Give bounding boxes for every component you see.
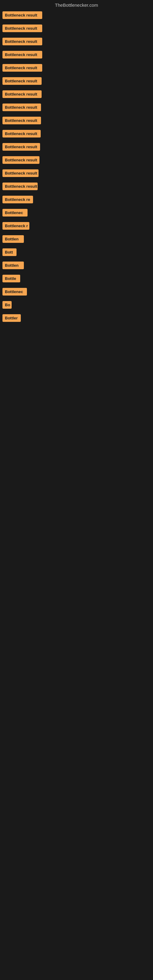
bottleneck-badge[interactable]: Bottleneck result <box>2 143 40 151</box>
bottleneck-item[interactable]: Bottleneck result <box>2 24 152 32</box>
bottleneck-badge[interactable]: Bottleneck result <box>2 38 42 45</box>
bottleneck-item[interactable]: Bottleneck result <box>2 11 152 19</box>
bottleneck-badge[interactable]: Bottleneck result <box>2 103 41 111</box>
bottleneck-item[interactable]: Bottler <box>2 314 152 322</box>
bottleneck-badge[interactable]: Bottleneck result <box>2 11 42 19</box>
bottleneck-badge[interactable]: Bottlenec <box>2 288 27 296</box>
bottleneck-item[interactable]: Bott <box>2 248 152 256</box>
bottleneck-badge[interactable]: Bottler <box>2 314 21 322</box>
bottleneck-item[interactable]: Bottleneck result <box>2 143 152 151</box>
bottleneck-item[interactable]: Bottlen <box>2 261 152 269</box>
bottleneck-item[interactable]: Bottleneck result <box>2 64 152 72</box>
content-area: Bottleneck resultBottleneck resultBottle… <box>0 11 153 322</box>
bottleneck-badge[interactable]: Bo <box>2 301 12 309</box>
bottleneck-item[interactable]: Bottleneck result <box>2 51 152 59</box>
bottleneck-item[interactable]: Bottleneck re <box>2 196 152 204</box>
bottleneck-item[interactable]: Bottleneck result <box>2 156 152 164</box>
site-header: TheBottlenecker.com <box>0 0 153 11</box>
bottleneck-badge[interactable]: Bottleneck result <box>2 130 41 137</box>
bottleneck-badge[interactable]: Bottlenec <box>2 209 27 216</box>
bottleneck-item[interactable]: Bottleneck result <box>2 130 152 137</box>
bottleneck-item[interactable]: Bottleneck result <box>2 90 152 98</box>
bottleneck-badge[interactable]: Bottleneck result <box>2 51 42 59</box>
bottleneck-badge[interactable]: Bottlen <box>2 235 24 243</box>
bottleneck-item[interactable]: Bottleneck result <box>2 117 152 124</box>
bottleneck-badge[interactable]: Bottleneck result <box>2 169 38 177</box>
bottleneck-badge[interactable]: Bottleneck re <box>2 196 33 204</box>
bottleneck-badge[interactable]: Bott <box>2 248 16 256</box>
bottleneck-badge[interactable]: Bottleneck result <box>2 24 42 32</box>
bottleneck-badge[interactable]: Bottleneck result <box>2 64 42 72</box>
bottleneck-item[interactable]: Bottleneck result <box>2 38 152 45</box>
bottleneck-item[interactable]: Bottlenec <box>2 288 152 296</box>
bottleneck-badge[interactable]: Bottlen <box>2 261 24 269</box>
bottleneck-badge[interactable]: Bottle <box>2 275 20 282</box>
bottleneck-badge[interactable]: Bottleneck result <box>2 90 41 98</box>
bottleneck-item[interactable]: Bottlen <box>2 235 152 243</box>
bottleneck-item[interactable]: Bottleneck result <box>2 103 152 111</box>
bottleneck-item[interactable]: Bottlenec <box>2 209 152 216</box>
bottleneck-badge[interactable]: Bottleneck result <box>2 183 38 190</box>
bottleneck-item[interactable]: Bottleneck r <box>2 222 152 230</box>
bottleneck-item[interactable]: Bo <box>2 301 152 309</box>
bottleneck-badge[interactable]: Bottleneck r <box>2 222 29 230</box>
bottleneck-badge[interactable]: Bottleneck result <box>2 156 40 164</box>
bottleneck-item[interactable]: Bottleneck result <box>2 169 152 177</box>
bottleneck-item[interactable]: Bottle <box>2 275 152 282</box>
bottleneck-badge[interactable]: Bottleneck result <box>2 77 41 85</box>
bottleneck-item[interactable]: Bottleneck result <box>2 77 152 85</box>
bottleneck-item[interactable]: Bottleneck result <box>2 183 152 190</box>
bottleneck-badge[interactable]: Bottleneck result <box>2 117 41 124</box>
